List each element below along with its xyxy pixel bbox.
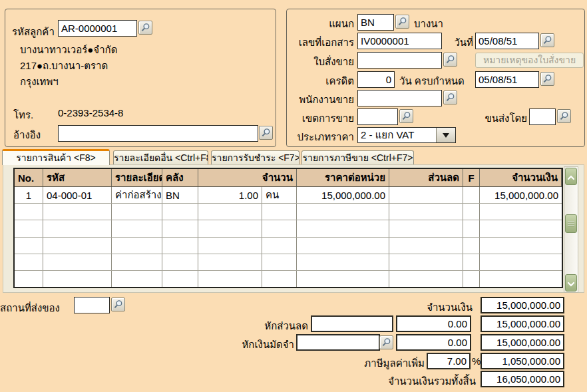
col-header-code: รหัส: [43, 169, 112, 186]
magnifier-icon: [140, 23, 150, 33]
deposit-lookup-button[interactable]: [379, 335, 393, 349]
magnifier-icon: [261, 128, 271, 138]
credit-due-label: วัน ครบกำหนด: [399, 73, 465, 89]
phone-label: โทร.: [13, 107, 33, 123]
table-header-row: No. รหัส รายละเอียด คลัง จำนวน ราคาต่อหน…: [15, 169, 562, 187]
col-header-qty: จำนวน: [198, 169, 297, 186]
magnifier-icon: [445, 55, 455, 65]
col-header-amount: จำนวนเงิน: [480, 169, 562, 186]
salesperson-input[interactable]: [357, 90, 442, 106]
vat-rate-input[interactable]: [427, 353, 471, 369]
tab-items[interactable]: รายการสินค้า <F8>: [2, 149, 110, 165]
scrollbar-thumb[interactable]: [565, 214, 577, 233]
magnifier-icon: [445, 93, 455, 102]
cell-amount[interactable]: 15,000,000.00: [480, 187, 562, 203]
chevron-down-icon: [443, 133, 449, 138]
due-date-input[interactable]: [475, 71, 539, 88]
scroll-up-button[interactable]: [565, 168, 577, 185]
customer-code-input[interactable]: [58, 20, 137, 37]
after-discount-amount: 15,000,000.00: [481, 315, 564, 332]
cell-discount[interactable]: [389, 187, 463, 203]
date-label: วันที่: [433, 35, 473, 51]
vat-label: ภาษีมูลค่าเพิ่ม: [331, 355, 425, 371]
magnifier-icon: [113, 299, 123, 309]
delivery-place-lookup-button[interactable]: [111, 297, 125, 311]
table-row-empty: [15, 254, 562, 271]
discount-label: หักส่วนลด: [228, 318, 308, 334]
transport-input[interactable]: [529, 108, 556, 125]
customer-code-lookup-button[interactable]: [138, 21, 152, 35]
items-table: No. รหัส รายละเอียด คลัง จำนวน ราคาต่อหน…: [13, 168, 563, 288]
price-type-dropdown[interactable]: 2 - แยก VAT: [357, 127, 456, 143]
delivery-place-label: สถานที่ส่งของ: [0, 300, 60, 316]
cell-warehouse[interactable]: BN: [162, 187, 198, 203]
department-lookup-button[interactable]: [395, 15, 409, 29]
reference-label: อ้างอิง: [13, 127, 41, 143]
date-lookup-button[interactable]: [540, 33, 554, 47]
salesperson-lookup-button[interactable]: [443, 91, 457, 104]
deposit-input[interactable]: [296, 334, 380, 351]
grand-total-value: 16,050,000.00: [481, 371, 564, 387]
magnifier-icon: [401, 111, 411, 121]
phone-value: 0-2393-2534-8: [58, 107, 123, 118]
price-type-value: 2 - แยก VAT: [358, 127, 436, 143]
table-scrollbar[interactable]: [564, 166, 578, 293]
scroll-down-button[interactable]: [565, 274, 577, 292]
magnifier-icon: [381, 337, 391, 347]
reference-lookup-button[interactable]: [259, 126, 273, 140]
col-header-discount: ส่วนลด: [389, 169, 463, 186]
table-row-empty: [15, 238, 562, 254]
table-row[interactable]: 1 04-000-01 ค่าก่อสร้างเ BN 1.00 คน 15,0…: [15, 187, 562, 204]
salesperson-label: พนักงานขาย: [288, 92, 354, 108]
cell-description[interactable]: ค่าก่อสร้างเ: [112, 187, 162, 203]
reference-input[interactable]: [58, 125, 258, 142]
magnifier-icon: [542, 74, 552, 84]
cell-no[interactable]: 1: [15, 187, 43, 203]
sales-area-input[interactable]: [357, 108, 398, 125]
tab-other-details[interactable]: รายละเอียดอื่น <Ctrl+F8>: [113, 150, 208, 165]
col-header-unit-price: ราคาต่อหน่วย: [297, 169, 389, 186]
table-row-empty: [15, 271, 562, 287]
cell-unit-price[interactable]: 15,000,000.00: [297, 187, 389, 203]
delivery-place-input[interactable]: [74, 297, 110, 313]
tab-sales-tax[interactable]: รายการภาษีขาย <Ctrl+F7>: [301, 150, 414, 165]
doc-no-input[interactable]: [357, 33, 442, 49]
deposit-amount: 0.00: [396, 334, 471, 351]
tab-payments[interactable]: รายการรับชำระ <F7>: [211, 150, 299, 165]
magnifier-icon: [559, 111, 569, 121]
sales-area-lookup-button[interactable]: [399, 109, 413, 123]
cell-code[interactable]: 04-000-01: [43, 187, 112, 203]
due-date-lookup-button[interactable]: [540, 72, 554, 86]
discount-input[interactable]: [311, 315, 393, 332]
cell-flag[interactable]: [463, 187, 480, 203]
cell-qty[interactable]: 1.00: [198, 187, 262, 203]
sales-area-label: เขตการขาย: [288, 110, 354, 126]
chevron-up-icon: [567, 171, 575, 182]
customer-code-label: รหัสลูกค้า: [12, 24, 55, 40]
sales-order-note-button[interactable]: หมายเหตุของใบสั่งขาย: [475, 53, 584, 68]
customer-address-line1: 217●ถ.บางนา-ตราด: [20, 58, 108, 74]
credit-label: เครดิต: [288, 73, 354, 89]
cell-unit[interactable]: คน: [262, 187, 297, 203]
col-header-warehouse: คลัง: [162, 169, 198, 186]
doc-no-label: เลขที่เอกสาร: [288, 35, 354, 51]
transport-lookup-button[interactable]: [557, 109, 571, 123]
department-input[interactable]: [357, 14, 394, 31]
invoice-form: รหัสลูกค้า บางนาทาวเวอร์●จำกัด 217●ถ.บาง…: [0, 0, 587, 392]
sales-order-input[interactable]: [357, 52, 442, 69]
date-input[interactable]: [475, 33, 539, 49]
department-name: บางนา: [414, 16, 443, 32]
sales-order-lookup-button[interactable]: [443, 53, 457, 67]
magnifier-icon: [397, 17, 407, 27]
chevron-down-icon: [567, 278, 575, 289]
amount-value: 15,000,000.00: [481, 297, 564, 313]
vat-amount: 1,050,000.00: [481, 353, 564, 369]
amount-label: จำนวนเงิน: [373, 299, 473, 315]
credit-days-input[interactable]: [357, 71, 395, 88]
after-deposit-amount: 15,000,000.00: [481, 334, 564, 351]
col-header-flag: F: [463, 169, 480, 186]
sales-order-label: ใบสั่งขาย: [288, 54, 354, 70]
price-type-dropdown-button[interactable]: [436, 128, 455, 142]
table-row-empty: [15, 220, 562, 237]
price-type-label: ประเภทราคา: [288, 129, 354, 145]
